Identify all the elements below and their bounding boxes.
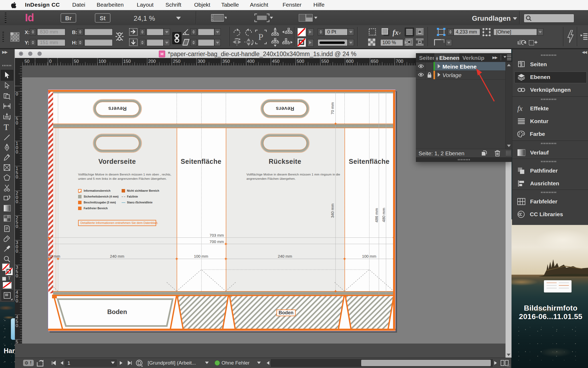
svg-text:P: P <box>258 32 263 42</box>
